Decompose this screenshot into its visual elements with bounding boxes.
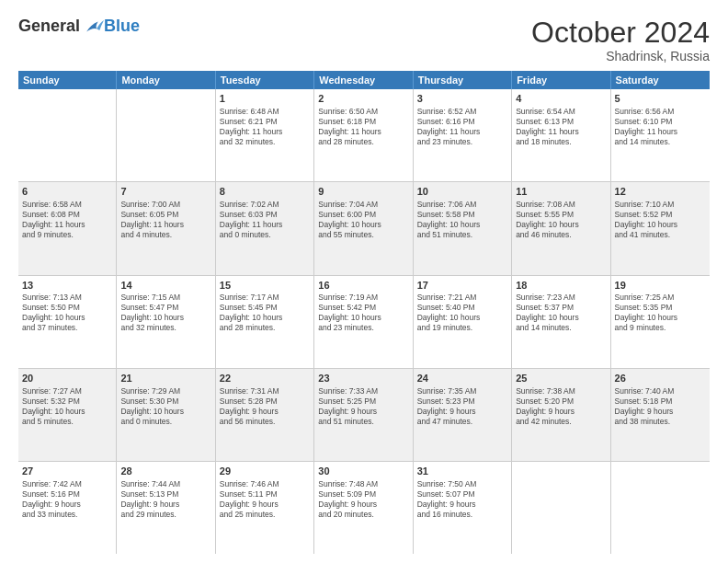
day-info: Sunrise: 7:50 AM Sunset: 5:07 PM Dayligh… [417,479,507,520]
day-number: 4 [516,92,606,106]
calendar-cell: 8Sunrise: 7:02 AM Sunset: 6:03 PM Daylig… [216,182,314,274]
day-info: Sunrise: 7:44 AM Sunset: 5:13 PM Dayligh… [120,479,210,520]
day-info: Sunrise: 6:58 AM Sunset: 6:08 PM Dayligh… [22,200,112,240]
day-number: 11 [516,185,606,199]
calendar-cell: 16Sunrise: 7:19 AM Sunset: 5:42 PM Dayli… [314,276,413,368]
calendar-row-4: 20Sunrise: 7:27 AM Sunset: 5:32 PM Dayli… [18,369,710,462]
header: General Blue October 2024 Shadrinsk, Rus… [18,17,710,63]
day-info: Sunrise: 6:54 AM Sunset: 6:13 PM Dayligh… [516,107,606,147]
day-info: Sunrise: 6:50 AM Sunset: 6:18 PM Dayligh… [318,107,408,147]
day-info: Sunrise: 7:10 AM Sunset: 5:52 PM Dayligh… [615,200,706,240]
header-day-friday: Friday [512,71,610,89]
calendar-cell: 28Sunrise: 7:44 AM Sunset: 5:13 PM Dayli… [117,462,215,554]
day-info: Sunrise: 7:23 AM Sunset: 5:37 PM Dayligh… [516,293,606,333]
day-info: Sunrise: 7:38 AM Sunset: 5:20 PM Dayligh… [516,386,606,427]
location-subtitle: Shadrinsk, Russia [531,49,710,63]
calendar-cell: 4Sunrise: 6:54 AM Sunset: 6:13 PM Daylig… [512,89,610,181]
day-number: 5 [615,92,706,106]
day-info: Sunrise: 7:02 AM Sunset: 6:03 PM Dayligh… [220,200,310,240]
day-info: Sunrise: 7:29 AM Sunset: 5:30 PM Dayligh… [120,386,210,427]
logo-bird-icon [84,18,104,35]
calendar-cell: 5Sunrise: 6:56 AM Sunset: 6:10 PM Daylig… [611,89,710,181]
title-block: October 2024 Shadrinsk, Russia [531,17,710,63]
calendar-cell: 30Sunrise: 7:48 AM Sunset: 5:09 PM Dayli… [314,462,413,554]
day-number: 26 [615,372,706,385]
calendar-cell: 17Sunrise: 7:21 AM Sunset: 5:40 PM Dayli… [414,276,512,368]
logo-blue-text: Blue [104,17,140,36]
calendar-cell [512,462,610,554]
day-info: Sunrise: 7:31 AM Sunset: 5:28 PM Dayligh… [220,386,310,427]
day-number: 13 [22,279,112,293]
calendar-row-5: 27Sunrise: 7:42 AM Sunset: 5:16 PM Dayli… [18,462,710,554]
day-info: Sunrise: 7:48 AM Sunset: 5:09 PM Dayligh… [318,479,408,520]
day-info: Sunrise: 7:33 AM Sunset: 5:25 PM Dayligh… [318,386,408,427]
calendar-cell: 14Sunrise: 7:15 AM Sunset: 5:47 PM Dayli… [117,276,215,368]
day-number: 1 [220,92,310,106]
calendar-cell: 6Sunrise: 6:58 AM Sunset: 6:08 PM Daylig… [18,182,117,274]
calendar-cell: 29Sunrise: 7:46 AM Sunset: 5:11 PM Dayli… [216,462,314,554]
page: General Blue October 2024 Shadrinsk, Rus… [0,0,728,563]
day-info: Sunrise: 7:19 AM Sunset: 5:42 PM Dayligh… [318,293,408,333]
calendar-cell: 10Sunrise: 7:06 AM Sunset: 5:58 PM Dayli… [414,182,512,274]
day-number: 16 [318,279,408,293]
calendar-row-1: 1Sunrise: 6:48 AM Sunset: 6:21 PM Daylig… [18,89,710,182]
calendar-cell: 15Sunrise: 7:17 AM Sunset: 5:45 PM Dayli… [216,276,314,368]
day-info: Sunrise: 7:42 AM Sunset: 5:16 PM Dayligh… [22,479,112,520]
day-info: Sunrise: 6:52 AM Sunset: 6:16 PM Dayligh… [417,107,507,147]
calendar-cell: 21Sunrise: 7:29 AM Sunset: 5:30 PM Dayli… [117,369,215,461]
day-info: Sunrise: 7:13 AM Sunset: 5:50 PM Dayligh… [22,293,112,333]
calendar-cell: 13Sunrise: 7:13 AM Sunset: 5:50 PM Dayli… [18,276,117,368]
calendar-row-3: 13Sunrise: 7:13 AM Sunset: 5:50 PM Dayli… [18,276,710,369]
header-day-saturday: Saturday [611,71,710,89]
day-number: 2 [318,92,408,106]
day-info: Sunrise: 7:27 AM Sunset: 5:32 PM Dayligh… [22,386,112,427]
header-day-thursday: Thursday [414,71,512,89]
day-number: 24 [417,372,507,385]
calendar-cell: 1Sunrise: 6:48 AM Sunset: 6:21 PM Daylig… [216,89,314,181]
day-info: Sunrise: 7:35 AM Sunset: 5:23 PM Dayligh… [417,386,507,427]
header-day-tuesday: Tuesday [216,71,314,89]
calendar-cell: 20Sunrise: 7:27 AM Sunset: 5:32 PM Dayli… [18,369,117,461]
day-info: Sunrise: 7:40 AM Sunset: 5:18 PM Dayligh… [615,386,706,427]
day-number: 22 [220,372,310,385]
calendar-header: SundayMondayTuesdayWednesdayThursdayFrid… [18,71,710,89]
calendar-cell: 24Sunrise: 7:35 AM Sunset: 5:23 PM Dayli… [414,369,512,461]
day-number: 23 [318,372,408,385]
day-number: 7 [120,185,210,199]
day-info: Sunrise: 7:17 AM Sunset: 5:45 PM Dayligh… [220,293,310,333]
day-info: Sunrise: 7:21 AM Sunset: 5:40 PM Dayligh… [417,293,507,333]
day-info: Sunrise: 6:56 AM Sunset: 6:10 PM Dayligh… [615,107,706,147]
day-info: Sunrise: 7:25 AM Sunset: 5:35 PM Dayligh… [615,293,706,333]
day-info: Sunrise: 7:06 AM Sunset: 5:58 PM Dayligh… [417,200,507,240]
day-number: 19 [615,279,706,293]
calendar-cell: 22Sunrise: 7:31 AM Sunset: 5:28 PM Dayli… [216,369,314,461]
calendar: SundayMondayTuesdayWednesdayThursdayFrid… [18,71,710,554]
day-number: 3 [417,92,507,106]
day-info: Sunrise: 7:08 AM Sunset: 5:55 PM Dayligh… [516,200,606,240]
calendar-cell: 2Sunrise: 6:50 AM Sunset: 6:18 PM Daylig… [314,89,413,181]
logo-general-text: General [18,17,80,36]
calendar-cell [18,89,117,181]
header-day-monday: Monday [117,71,215,89]
calendar-cell: 23Sunrise: 7:33 AM Sunset: 5:25 PM Dayli… [314,369,413,461]
calendar-cell [117,89,215,181]
day-number: 29 [220,465,310,478]
day-number: 8 [220,185,310,199]
calendar-cell: 18Sunrise: 7:23 AM Sunset: 5:37 PM Dayli… [512,276,610,368]
logo: General Blue [18,17,140,36]
day-info: Sunrise: 6:48 AM Sunset: 6:21 PM Dayligh… [220,107,310,147]
header-day-wednesday: Wednesday [314,71,413,89]
day-number: 30 [318,465,408,478]
calendar-row-2: 6Sunrise: 6:58 AM Sunset: 6:08 PM Daylig… [18,182,710,275]
day-number: 18 [516,279,606,293]
day-number: 31 [417,465,507,478]
day-number: 6 [22,185,112,199]
calendar-cell: 27Sunrise: 7:42 AM Sunset: 5:16 PM Dayli… [18,462,117,554]
calendar-cell: 12Sunrise: 7:10 AM Sunset: 5:52 PM Dayli… [611,182,710,274]
day-number: 25 [516,372,606,385]
calendar-cell: 3Sunrise: 6:52 AM Sunset: 6:16 PM Daylig… [414,89,512,181]
day-info: Sunrise: 7:00 AM Sunset: 6:05 PM Dayligh… [120,200,210,240]
calendar-cell: 19Sunrise: 7:25 AM Sunset: 5:35 PM Dayli… [611,276,710,368]
month-title: October 2024 [531,17,710,49]
day-info: Sunrise: 7:15 AM Sunset: 5:47 PM Dayligh… [120,293,210,333]
